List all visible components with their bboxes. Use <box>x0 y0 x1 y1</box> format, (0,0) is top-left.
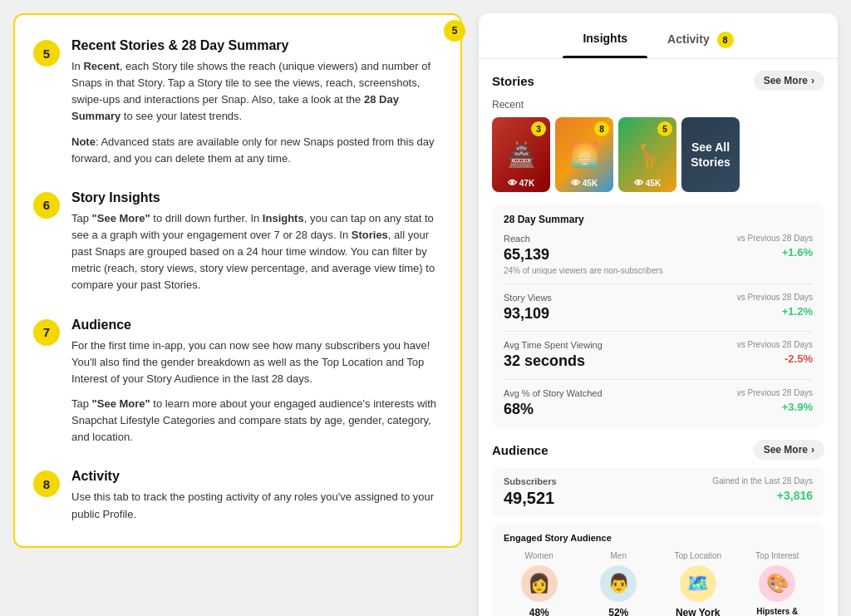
avg-time-label: Avg Time Spent Viewing <box>504 340 603 350</box>
engaged-col-women: Women 👩 48% <box>504 551 575 616</box>
story-views-pct: +1.2% <box>737 305 813 318</box>
metric-story-views: Story Views 93,109 vs Previous 28 Days +… <box>504 293 813 333</box>
badge-6: 6 <box>33 192 60 219</box>
audience-see-more-button[interactable]: See More › <box>754 440 824 460</box>
story-views-vs: vs Previous 28 Days <box>737 293 813 302</box>
men-avatar: 👨 <box>600 565 637 602</box>
badge-5: 5 <box>33 40 60 67</box>
subscribers-row: Subscribers 49,521 Gained in the Last 28… <box>492 468 824 516</box>
section-6-title: Story Insights <box>71 190 437 205</box>
interest-label: Top Interest <box>742 551 814 560</box>
men-label: Men <box>583 551 655 560</box>
reach-pct: +1.6% <box>737 246 813 259</box>
summary-title: 28 Day Summary <box>504 214 813 225</box>
thumb-2-count: 8 <box>594 121 609 136</box>
section-8-content: Activity Use this tab to track the posti… <box>71 469 437 522</box>
engaged-title: Engaged Story Audience <box>504 533 813 543</box>
thumb-3-stat: 👁45K <box>618 178 676 188</box>
section-5-p2: Note: Advanced stats are available only … <box>71 134 437 167</box>
location-avatar: 🗺️ <box>680 565 716 602</box>
subscribers-value: 49,521 <box>504 489 557 508</box>
reach-label: Reach <box>504 234 663 244</box>
recent-label: Recent <box>492 99 824 111</box>
section-8-title: Activity <box>71 469 437 484</box>
section-8: 8 Activity Use this tab to track the pos… <box>33 469 437 522</box>
location-label: Top Location <box>662 551 734 560</box>
avg-pct-pct: +3.9% <box>737 401 813 413</box>
thumb-1-stat: 👁47K <box>492 178 550 188</box>
story-thumb-see-all[interactable]: See AllStories <box>681 117 740 192</box>
reach-vs: vs Previous 28 Days <box>737 234 813 243</box>
avg-time-value: 32 seconds <box>504 352 603 371</box>
audience-header: Audience See More › <box>492 440 824 460</box>
reach-sub: 24% of unique viewers are non-subscriber… <box>504 266 663 275</box>
section-5-content: Recent Stories & 28 Day Summary In Recen… <box>71 38 437 167</box>
avg-pct-vs: vs Previous 28 Days <box>737 388 813 397</box>
tab-activity[interactable]: Activity 8 <box>647 25 753 58</box>
thumb-2-stat: 👁45K <box>555 178 613 188</box>
stories-see-more-button[interactable]: See More › <box>754 71 824 91</box>
avg-time-vs: vs Previous 28 Days <box>737 340 813 349</box>
engaged-col-men: Men 👨 52% <box>583 551 655 616</box>
metric-reach: Reach 65,139 24% of unique viewers are n… <box>504 234 813 284</box>
audience-section: Audience See More › Subscribers 49,521 <box>492 440 824 616</box>
section-6-content: Story Insights Tap "See More" to drill d… <box>71 190 437 294</box>
metric-avg-pct: Avg % of Story Watched 68% vs Previous 2… <box>504 388 813 419</box>
engaged-box: Engaged Story Audience Women 👩 48% Men 👨 <box>492 525 824 616</box>
subscribers-label: Subscribers <box>504 476 557 486</box>
women-stat: 48% <box>504 607 575 616</box>
right-panel: Insights Activity 8 Stories See Mo <box>479 13 838 616</box>
summary-box: 28 Day Summary Reach 65,139 24% of uniqu… <box>492 204 824 428</box>
metric-avg-time: Avg Time Spent Viewing 32 seconds vs Pre… <box>504 340 813 380</box>
story-thumb-3[interactable]: 🦒 5 👁45K <box>618 117 676 192</box>
location-stat: New York <box>662 607 734 616</box>
tab-insights[interactable]: Insights <box>563 25 647 58</box>
gained-label: Gained in the Last 28 Days <box>712 476 813 485</box>
section-7: 7 Audience For the first time in-app, yo… <box>33 318 437 446</box>
gained-value: +3,816 <box>712 489 813 502</box>
stories-title: Stories <box>492 74 534 88</box>
engaged-cols: Women 👩 48% Men 👨 52% <box>504 551 813 616</box>
engaged-col-interest: Top Interest 🎨 Hipsters & Trendsetters <box>742 551 814 616</box>
badge-7: 7 <box>33 319 60 346</box>
men-stat: 52% <box>583 607 655 616</box>
section-6-p1: Tap "See More" to drill down further. In… <box>71 210 437 294</box>
interest-stat: Hipsters & Trendsetters <box>742 607 814 616</box>
avg-pct-value: 68% <box>504 401 603 419</box>
activity-badge: 8 <box>717 32 734 48</box>
interest-avatar: 🎨 <box>759 565 795 602</box>
stories-step-badge-left: 5 <box>444 20 465 42</box>
story-thumb-1[interactable]: 🏯 3 👁47K <box>492 117 550 192</box>
women-label: Women <box>504 551 575 560</box>
section-6: 6 Story Insights Tap "See More" to drill… <box>33 190 437 294</box>
section-5-p1: In Recent, each Story tile shows the rea… <box>71 58 437 126</box>
story-views-value: 93,109 <box>504 305 552 323</box>
avg-pct-label: Avg % of Story Watched <box>504 388 603 398</box>
stories-header: Stories See More › <box>492 71 824 91</box>
panel-content: Stories See More › Recent 🏯 <box>479 59 838 616</box>
section-5: 5 Recent Stories & 28 Day Summary In Rec… <box>33 38 437 167</box>
audience-title: Audience <box>492 443 548 457</box>
thumb-3-count: 5 <box>657 121 672 136</box>
section-7-title: Audience <box>71 318 437 333</box>
avg-time-pct: -2.5% <box>737 352 813 365</box>
engaged-col-location: Top Location 🗺️ New York <box>662 551 734 616</box>
right-wrapper: 5 Insights Activity 8 <box>479 13 838 616</box>
section-7-content: Audience For the first time in-app, you … <box>71 318 437 446</box>
page-wrapper: 5 Recent Stories & 28 Day Summary In Rec… <box>13 13 838 616</box>
women-avatar: 👩 <box>521 565 558 602</box>
badge-8: 8 <box>33 471 60 497</box>
section-5-title: Recent Stories & 28 Day Summary <box>71 38 437 53</box>
section-7-p1: For the first time in-app, you can now s… <box>71 338 437 387</box>
tabs-row: Insights Activity 8 <box>479 13 838 59</box>
section-8-p1: Use this tab to track the posting activi… <box>71 489 437 522</box>
left-panel: 5 Recent Stories & 28 Day Summary In Rec… <box>13 13 462 548</box>
story-thumbs: 🏯 3 👁47K 🌅 <box>492 117 824 192</box>
thumb-1-count: 3 <box>531 121 546 136</box>
stories-section: Stories See More › Recent 🏯 <box>492 71 824 192</box>
story-thumb-2[interactable]: 🌅 8 👁45K <box>555 117 613 192</box>
section-7-p2: Tap "See More" to learn more about your … <box>71 396 437 446</box>
story-views-label: Story Views <box>504 293 552 303</box>
reach-value: 65,139 <box>504 246 663 264</box>
